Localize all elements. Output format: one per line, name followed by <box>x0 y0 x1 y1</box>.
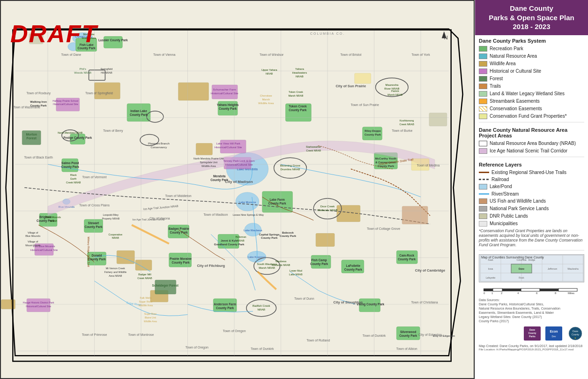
svg-text:Town of Windsor: Town of Windsor <box>260 53 284 56</box>
svg-text:Econ: Econ <box>550 330 558 333</box>
svg-text:Anderson Farm: Anderson Farm <box>214 303 236 306</box>
svg-text:Yahara Heights: Yahara Heights <box>217 103 239 107</box>
svg-text:Dev: Dev <box>552 335 556 338</box>
ref-layers-title: Reference Layers <box>479 162 584 167</box>
svg-text:Lafayette: Lafayette <box>485 276 495 279</box>
legend-historical: Historical or Cultural Site <box>479 68 584 74</box>
svg-text:City of Stoughton: City of Stoughton <box>334 300 363 304</box>
svg-text:Village of: Village of <box>28 240 38 243</box>
svg-text:County: County <box>572 333 579 336</box>
legend-land-water: Land & Water Legacy Wetland Sites <box>479 91 584 97</box>
lake-pond-label: Lake/Pond <box>490 184 512 189</box>
conservation-fund-swatch <box>479 114 487 119</box>
svg-text:County Park: County Park <box>210 178 228 182</box>
svg-text:County Park: County Park <box>310 262 328 266</box>
dane-county-logo: Dane County ★ <box>566 326 584 341</box>
divider-2 <box>479 157 584 157</box>
title-line3: 2018 - 2023 <box>480 22 583 31</box>
svg-text:Leows Nine Springs E-Way: Leows Nine Springs E-Way <box>233 213 264 216</box>
svg-text:City of Sun Prairie: City of Sun Prairie <box>335 84 366 88</box>
svg-text:Town of Dunn: Town of Dunn <box>294 297 314 300</box>
svg-text:Town of Cottage Grove: Town of Cottage Grove <box>367 227 400 231</box>
svg-text:Town of Oregon: Town of Oregon <box>186 346 208 349</box>
svg-text:Historical/Cultural Site: Historical/Cultural Site <box>26 305 51 308</box>
svg-text:Parks: Parks <box>529 335 536 338</box>
trails-label: Trails <box>490 83 501 89</box>
svg-text:Sugar River: Sugar River <box>144 313 157 315</box>
svg-text:Town of Roxbury: Town of Roxbury <box>26 91 51 95</box>
svg-text:Holtzman: Holtzman <box>235 235 246 238</box>
svg-text:Waubesa: Waubesa <box>275 260 287 263</box>
svg-text:Walking Iron: Walking Iron <box>30 100 47 103</box>
svg-text:City of Fitchburg: City of Fitchburg <box>197 264 225 268</box>
legend-streambank: Streambank Easements <box>479 99 584 104</box>
national-park-swatch <box>479 206 487 212</box>
svg-text:County Park: County Park <box>219 107 237 111</box>
svg-text:Creek NRAB: Creek NRAB <box>66 181 81 184</box>
land-water-label: Land & Water Legacy Wetland Sites <box>490 91 565 96</box>
svg-text:Wildlife Area: Wildlife Area <box>139 304 153 307</box>
svg-text:Hill NRAB: Hill NRAB <box>101 71 112 74</box>
file-location: File Location: H:/Parks/Mapping/POSP2018… <box>479 348 584 352</box>
dnr-public-label: DNR Public Lands <box>490 213 528 219</box>
title-line1: Dane County <box>480 4 583 13</box>
svg-text:Fishery and Wildlife: Fishery and Wildlife <box>104 271 127 273</box>
legend-us-fish-wildlife: US Fish and Wildlife Lands <box>479 198 584 204</box>
svg-text:Forest: Forest <box>27 136 37 140</box>
svg-text:Marsh NRAB: Marsh NRAB <box>259 266 275 269</box>
svg-text:Property NRAB: Property NRAB <box>102 217 120 220</box>
svg-text:County Park: County Park <box>85 225 103 229</box>
svg-text:Black: Black <box>70 174 77 176</box>
river-stream-swatch <box>479 193 489 195</box>
shared-trails-label: Existing Regional Shared-Use Trails <box>491 170 566 175</box>
national-park-label: National Park Service Lands <box>490 206 549 211</box>
legend-river-stream: River/Stream <box>479 191 584 197</box>
svg-rect-37 <box>95 83 120 99</box>
svg-text:Springfield: Springfield <box>100 68 112 70</box>
dnr-public-swatch <box>479 213 487 219</box>
credits-line3: Natural Resource Area Boundaries, Trails… <box>479 306 584 311</box>
svg-text:Creek NRAB: Creek NRAB <box>306 149 321 152</box>
railroad-label: Railroad <box>491 177 509 182</box>
us-fish-swatch <box>479 198 487 204</box>
legend-header: Dane County Parks & Open Space Plan 2018… <box>475 0 588 35</box>
svg-text:City of Madison: City of Madison <box>225 180 253 184</box>
river-stream-label: River/Stream <box>491 191 519 197</box>
svg-rect-40 <box>117 250 134 264</box>
svg-text:Town of Madison: Town of Madison <box>203 213 228 216</box>
svg-text:Jenni & Kyle: Jenni & Kyle <box>221 239 238 242</box>
svg-text:Town of Sun Prairie: Town of Sun Prairie <box>350 103 379 106</box>
legend-ice-age: Ice Age National Scenic Trail Corridor <box>479 148 584 154</box>
svg-text:Scheideger Forest: Scheideger Forest <box>152 284 179 288</box>
credits-line1: Data Sources: <box>479 298 584 302</box>
svg-rect-284 <box>540 288 558 291</box>
legend-natural-resource: Natural Resource Area <box>479 53 584 59</box>
svg-rect-281 <box>493 288 502 291</box>
draft-watermark: DRAFT <box>10 20 97 48</box>
svg-text:Badger Mill: Badger Mill <box>138 273 151 276</box>
svg-text:Town of Dunkirk: Town of Dunkirk <box>251 347 274 350</box>
legend-recreation-park: Recreation Park <box>479 46 584 52</box>
land-water-swatch <box>479 91 487 97</box>
svg-text:Town of Middleton: Town of Middleton <box>165 194 192 197</box>
svg-text:Town of Black Earth: Town of Black Earth <box>24 156 53 159</box>
municipalities-swatch <box>479 221 487 227</box>
svg-text:NRAB: NRAB <box>237 239 245 242</box>
svg-text:Mount Horeb: Mount Horeb <box>25 244 40 247</box>
map-svg: Lake Mendota Lake Monona Lake Waubesa La… <box>1 1 474 378</box>
divider-3 <box>479 250 584 250</box>
svg-text:Marsh NRAB: Marsh NRAB <box>288 94 303 97</box>
credits-section: Data Sources: Dane County Parks, Histori… <box>479 298 584 324</box>
svg-text:Area NRAB: Area NRAB <box>109 274 122 277</box>
svg-text:North Mendota Prairie Unit: North Mendota Prairie Unit <box>194 157 224 160</box>
svg-text:Upper Yahara: Upper Yahara <box>261 68 278 71</box>
svg-text:Silverwood: Silverwood <box>400 330 416 334</box>
svg-text:Yahara: Yahara <box>295 68 304 70</box>
recreation-park-swatch <box>479 46 487 52</box>
svg-text:Wildlife Area: Wildlife Area <box>201 165 216 167</box>
svg-text:County Park: County Park <box>399 334 417 338</box>
svg-text:NRAB: NRAB <box>266 72 273 75</box>
legend-shared-trails: Existing Regional Shared-Use Trails <box>479 170 584 175</box>
svg-text:Dane: Dane <box>529 328 535 331</box>
svg-text:Mendota: Mendota <box>213 174 226 178</box>
